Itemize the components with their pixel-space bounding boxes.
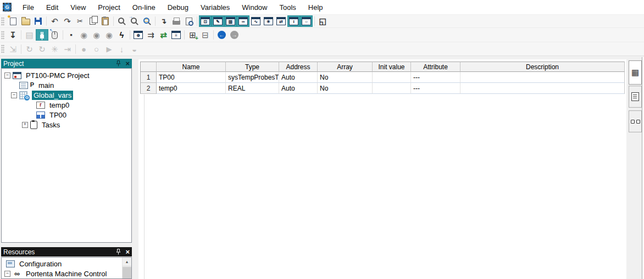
watch-window-icon[interactable]: ⊕	[132, 29, 145, 41]
grid-column-header[interactable]: Init value	[373, 62, 411, 72]
runtime-window-toggle-icon[interactable]: ✳	[262, 15, 275, 27]
menu-item[interactable]: File	[16, 0, 40, 14]
filled-circle-icon[interactable]: ●	[77, 43, 90, 55]
scroll-up-icon[interactable]: ▲	[123, 258, 131, 266]
description-cell[interactable]	[460, 72, 625, 83]
copy-icon[interactable]	[86, 15, 99, 27]
menu-item[interactable]: Debug	[162, 0, 195, 14]
grid-column-header[interactable]: Type	[226, 62, 279, 72]
toolbar-grip[interactable]	[1, 17, 4, 26]
grid-column-header[interactable]	[140, 62, 157, 72]
type-cell[interactable]: sysTempProbesT	[226, 72, 279, 83]
description-cell[interactable]	[460, 83, 625, 94]
tree-expander-icon[interactable]: −	[11, 92, 17, 98]
grid-view-tab[interactable]: ▦	[629, 60, 642, 85]
address-cell[interactable]: Auto	[279, 83, 318, 94]
tree-expander-icon[interactable]: +	[22, 122, 28, 128]
scroll-thumb[interactable]	[123, 267, 131, 279]
library-window-toggle-icon[interactable]: ▥	[224, 15, 237, 27]
menu-item[interactable]: On-line	[126, 0, 162, 14]
init-value-cell[interactable]	[373, 72, 411, 83]
tree-expander-icon[interactable]: −	[4, 271, 10, 277]
tree-item-tasks[interactable]: + Tasks	[2, 120, 131, 130]
close-icon[interactable]: ×	[125, 248, 130, 255]
halt-icon[interactable]: ▪	[65, 29, 77, 41]
grid-column-header[interactable]: Address	[279, 62, 318, 72]
menu-item[interactable]: View	[64, 0, 92, 14]
fullscreen-icon[interactable]: ◱	[317, 15, 329, 27]
row-number-cell[interactable]: 2	[140, 83, 157, 94]
play-icon[interactable]: ▶	[103, 43, 115, 55]
array-cell[interactable]: No	[318, 83, 373, 94]
find-results-window-toggle-icon[interactable]: ○	[300, 15, 313, 27]
new-project-icon[interactable]	[7, 15, 19, 27]
find-next-icon[interactable]	[128, 15, 141, 27]
down-arrow-icon[interactable]: ↓	[115, 43, 128, 55]
project-schema-icon[interactable]: ▤	[23, 29, 36, 41]
menu-item[interactable]: Edit	[40, 0, 64, 14]
hot-restart-icon[interactable]: ◉	[103, 29, 115, 41]
paste-icon[interactable]	[99, 15, 112, 27]
res-item-configuration[interactable]: Configuration	[2, 259, 131, 269]
tree-expander-icon[interactable]: −	[4, 72, 10, 79]
attribute-cell[interactable]: ---	[411, 83, 460, 94]
grid-column-header[interactable]: Array	[318, 62, 373, 72]
toolbar-grip[interactable]	[1, 31, 4, 40]
res-item-portenta[interactable]: − Portenta Machine Control	[2, 269, 131, 278]
close-icon[interactable]: ×	[125, 60, 130, 67]
pin-icon[interactable]	[116, 249, 121, 255]
live-debug-icon[interactable]: ⇄	[157, 29, 170, 41]
redo-icon[interactable]: ↷	[61, 15, 74, 27]
print-icon[interactable]	[170, 15, 182, 27]
menu-item[interactable]: Window	[236, 0, 273, 14]
forward-icon[interactable]: →	[228, 29, 241, 41]
properties-window-toggle-icon[interactable]: ✎	[212, 15, 224, 27]
menu-item[interactable]: Help	[302, 0, 329, 14]
circular-arrow-bar-icon[interactable]: ↻	[36, 43, 48, 55]
project-window-toggle-icon[interactable]: ⊡	[199, 15, 212, 27]
name-cell[interactable]: TP00	[157, 72, 226, 83]
watch-window-toggle-icon[interactable]: ∞	[237, 15, 249, 27]
circular-arrow-icon[interactable]: ↻	[23, 43, 36, 55]
tree-item-project-root[interactable]: − PT100-PMC Project	[2, 70, 131, 80]
undo-icon[interactable]: ↶	[48, 15, 61, 27]
back-icon[interactable]: ←	[215, 29, 228, 41]
find-icon[interactable]	[115, 15, 128, 27]
output-window-toggle-icon[interactable]: I	[287, 15, 300, 27]
open-project-icon[interactable]	[19, 15, 32, 27]
text-view-tab[interactable]	[629, 86, 642, 108]
insert-watch-item-icon[interactable]: ⇉	[145, 29, 157, 41]
type-cell[interactable]: REAL	[226, 83, 279, 94]
print-preview-icon[interactable]	[182, 15, 195, 27]
warm-restart-icon[interactable]: ◉	[90, 29, 103, 41]
insert-record-icon[interactable]: ⊞	[186, 29, 199, 41]
download-code-icon[interactable]: ↧	[7, 29, 19, 41]
menu-item[interactable]: Tools	[274, 0, 302, 14]
variables-form-icon[interactable]: ≡	[170, 29, 182, 41]
menu-item[interactable]: Variables	[195, 0, 236, 14]
crossref-window-toggle-icon[interactable]: ⇄	[275, 15, 287, 27]
delete-record-icon[interactable]: ⊟	[199, 29, 212, 41]
name-cell[interactable]: temp0	[157, 83, 226, 94]
tree-item-temp0[interactable]: temp0	[2, 100, 131, 110]
flash-download-icon[interactable]: ϟ	[115, 29, 128, 41]
grid-column-header[interactable]: Attribute	[411, 62, 460, 72]
tree-item-main[interactable]: main	[2, 80, 131, 90]
empty-circle-icon[interactable]: ○	[90, 43, 103, 55]
menu-item[interactable]: Project	[92, 0, 126, 14]
address-cell[interactable]: Auto	[279, 72, 318, 83]
save-project-icon[interactable]	[32, 15, 45, 27]
circle-dot-icon[interactable]: ◒	[128, 43, 141, 55]
gear-circle-icon[interactable]: ✳	[48, 43, 61, 55]
goto-icon[interactable]: ↴	[157, 15, 170, 27]
row-number-cell[interactable]: 1	[140, 72, 157, 83]
attribute-cell[interactable]: ---	[411, 72, 460, 83]
grid-column-header[interactable]: Name	[157, 62, 226, 72]
find-in-project-icon[interactable]	[141, 15, 153, 27]
launch-application-icon[interactable]: ⇲	[7, 43, 19, 55]
pin-icon[interactable]	[116, 60, 121, 66]
find-view-tab[interactable]	[629, 110, 642, 132]
resources-scrollbar[interactable]: ▲	[122, 258, 131, 278]
oscilloscope-window-toggle-icon[interactable]: ∿	[249, 15, 262, 27]
tree-item-tp00[interactable]: TP00	[2, 110, 131, 120]
